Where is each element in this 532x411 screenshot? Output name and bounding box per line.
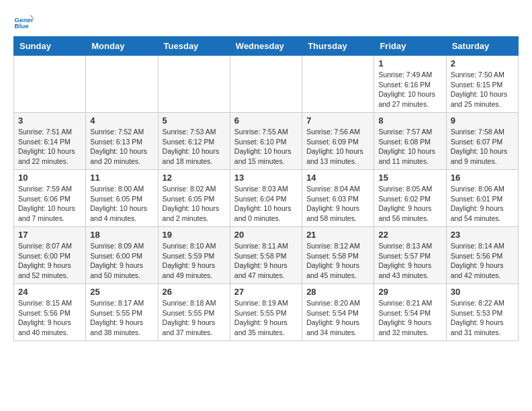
day-cell [302,56,374,113]
day-cell: 4Sunrise: 7:52 AM Sunset: 6:13 PM Daylig… [86,113,158,170]
day-number: 1 [378,58,441,68]
day-number: 27 [234,287,298,297]
day-cell: 18Sunrise: 8:09 AM Sunset: 6:00 PM Dayli… [86,227,158,284]
day-info: Sunrise: 8:14 AM Sunset: 5:56 PM Dayligh… [451,241,514,281]
day-info: Sunrise: 8:20 AM Sunset: 5:54 PM Dayligh… [306,298,369,338]
day-number: 4 [90,116,153,126]
calendar-body: 1Sunrise: 7:49 AM Sunset: 6:16 PM Daylig… [14,56,519,341]
day-cell: 6Sunrise: 7:55 AM Sunset: 6:10 PM Daylig… [230,113,302,170]
day-info: Sunrise: 8:22 AM Sunset: 5:53 PM Dayligh… [451,298,514,338]
day-number: 16 [451,173,514,183]
day-number: 19 [163,230,226,240]
day-cell: 16Sunrise: 8:06 AM Sunset: 6:01 PM Dayli… [446,170,518,227]
day-cell [230,56,302,113]
page: General Blue SundayMondayTuesdayWednesda… [0,0,532,352]
day-number: 13 [234,173,298,183]
day-cell: 12Sunrise: 8:02 AM Sunset: 6:05 PM Dayli… [158,170,230,227]
day-cell: 29Sunrise: 8:21 AM Sunset: 5:54 PM Dayli… [374,284,446,341]
day-number: 12 [163,173,226,183]
weekday-header-friday: Friday [374,37,446,56]
week-row-5: 24Sunrise: 8:15 AM Sunset: 5:56 PM Dayli… [14,284,519,341]
day-cell [158,56,230,113]
logo: General Blue [13,11,38,31]
week-row-1: 1Sunrise: 7:49 AM Sunset: 6:16 PM Daylig… [14,56,519,113]
day-cell: 5Sunrise: 7:53 AM Sunset: 6:12 PM Daylig… [158,113,230,170]
weekday-header-wednesday: Wednesday [230,37,302,56]
day-info: Sunrise: 8:00 AM Sunset: 6:05 PM Dayligh… [90,184,153,224]
weekday-header-thursday: Thursday [302,37,374,56]
day-number: 22 [378,230,441,240]
day-number: 7 [306,116,369,126]
day-info: Sunrise: 8:02 AM Sunset: 6:05 PM Dayligh… [163,184,226,224]
day-cell: 2Sunrise: 7:50 AM Sunset: 6:15 PM Daylig… [446,56,518,113]
day-info: Sunrise: 8:07 AM Sunset: 6:00 PM Dayligh… [18,241,81,281]
day-cell: 30Sunrise: 8:22 AM Sunset: 5:53 PM Dayli… [446,284,518,341]
day-info: Sunrise: 8:12 AM Sunset: 5:58 PM Dayligh… [306,241,369,281]
day-number: 20 [234,230,298,240]
day-number: 10 [18,173,81,183]
day-number: 5 [163,116,226,126]
day-number: 15 [378,173,441,183]
day-info: Sunrise: 8:05 AM Sunset: 6:02 PM Dayligh… [378,184,441,224]
day-cell: 20Sunrise: 8:11 AM Sunset: 5:58 PM Dayli… [230,227,302,284]
day-info: Sunrise: 7:52 AM Sunset: 6:13 PM Dayligh… [90,127,153,167]
day-info: Sunrise: 7:56 AM Sunset: 6:09 PM Dayligh… [306,127,369,167]
day-info: Sunrise: 7:51 AM Sunset: 6:14 PM Dayligh… [18,127,81,167]
day-info: Sunrise: 8:04 AM Sunset: 6:03 PM Dayligh… [306,184,369,224]
day-cell: 11Sunrise: 8:00 AM Sunset: 6:05 PM Dayli… [86,170,158,227]
day-cell [14,56,86,113]
day-cell: 22Sunrise: 8:13 AM Sunset: 5:57 PM Dayli… [374,227,446,284]
day-cell: 28Sunrise: 8:20 AM Sunset: 5:54 PM Dayli… [302,284,374,341]
header: General Blue [13,11,519,31]
week-row-2: 3Sunrise: 7:51 AM Sunset: 6:14 PM Daylig… [14,113,519,170]
day-number: 23 [451,230,514,240]
day-info: Sunrise: 7:59 AM Sunset: 6:06 PM Dayligh… [18,184,81,224]
day-cell: 26Sunrise: 8:18 AM Sunset: 5:55 PM Dayli… [158,284,230,341]
day-cell: 7Sunrise: 7:56 AM Sunset: 6:09 PM Daylig… [302,113,374,170]
day-number: 21 [306,230,369,240]
day-number: 29 [378,287,441,297]
day-info: Sunrise: 8:18 AM Sunset: 5:55 PM Dayligh… [163,298,226,338]
day-number: 8 [378,116,441,126]
day-info: Sunrise: 7:50 AM Sunset: 6:15 PM Dayligh… [451,70,514,109]
day-cell: 3Sunrise: 7:51 AM Sunset: 6:14 PM Daylig… [14,113,86,170]
weekday-header-saturday: Saturday [446,37,518,56]
week-row-4: 17Sunrise: 8:07 AM Sunset: 6:00 PM Dayli… [14,227,519,284]
day-number: 18 [90,230,153,240]
day-cell: 10Sunrise: 7:59 AM Sunset: 6:06 PM Dayli… [14,170,86,227]
day-cell: 1Sunrise: 7:49 AM Sunset: 6:16 PM Daylig… [374,56,446,113]
day-number: 3 [18,116,81,126]
day-cell: 14Sunrise: 8:04 AM Sunset: 6:03 PM Dayli… [302,170,374,227]
day-info: Sunrise: 8:17 AM Sunset: 5:55 PM Dayligh… [90,298,153,338]
day-number: 28 [306,287,369,297]
day-number: 14 [306,173,369,183]
day-number: 6 [234,116,298,126]
logo-icon: General Blue [13,11,34,31]
day-cell: 13Sunrise: 8:03 AM Sunset: 6:04 PM Dayli… [230,170,302,227]
day-info: Sunrise: 8:06 AM Sunset: 6:01 PM Dayligh… [451,184,514,224]
day-cell: 24Sunrise: 8:15 AM Sunset: 5:56 PM Dayli… [14,284,86,341]
day-number: 30 [451,287,514,297]
day-number: 24 [18,287,81,297]
day-info: Sunrise: 7:55 AM Sunset: 6:10 PM Dayligh… [234,127,298,167]
day-info: Sunrise: 8:09 AM Sunset: 6:00 PM Dayligh… [90,241,153,281]
day-info: Sunrise: 7:57 AM Sunset: 6:08 PM Dayligh… [378,127,441,167]
day-cell: 21Sunrise: 8:12 AM Sunset: 5:58 PM Dayli… [302,227,374,284]
day-cell: 17Sunrise: 8:07 AM Sunset: 6:00 PM Dayli… [14,227,86,284]
day-info: Sunrise: 8:19 AM Sunset: 5:55 PM Dayligh… [234,298,298,338]
day-info: Sunrise: 8:15 AM Sunset: 5:56 PM Dayligh… [18,298,81,338]
day-cell: 27Sunrise: 8:19 AM Sunset: 5:55 PM Dayli… [230,284,302,341]
day-cell: 15Sunrise: 8:05 AM Sunset: 6:02 PM Dayli… [374,170,446,227]
day-cell [86,56,158,113]
weekday-row: SundayMondayTuesdayWednesdayThursdayFrid… [14,37,519,56]
svg-text:Blue: Blue [15,22,30,30]
day-info: Sunrise: 8:13 AM Sunset: 5:57 PM Dayligh… [378,241,441,281]
day-number: 2 [451,58,514,68]
day-number: 17 [18,230,81,240]
day-info: Sunrise: 8:11 AM Sunset: 5:58 PM Dayligh… [234,241,298,281]
day-info: Sunrise: 7:49 AM Sunset: 6:16 PM Dayligh… [378,70,441,109]
weekday-header-sunday: Sunday [14,37,86,56]
day-info: Sunrise: 7:53 AM Sunset: 6:12 PM Dayligh… [163,127,226,167]
weekday-header-monday: Monday [86,37,158,56]
week-row-3: 10Sunrise: 7:59 AM Sunset: 6:06 PM Dayli… [14,170,519,227]
